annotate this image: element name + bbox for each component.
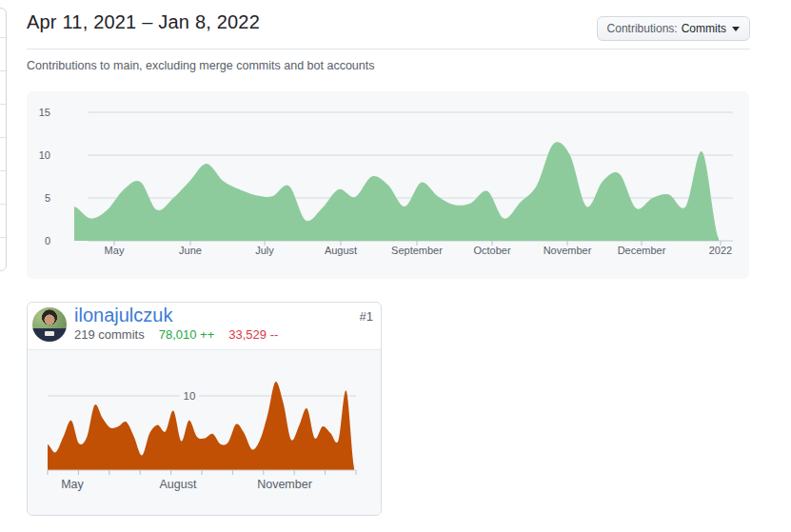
x-axis-label: November — [544, 245, 592, 256]
x-axis-label: November — [257, 478, 312, 491]
x-axis-label: 2022 — [709, 245, 732, 256]
contributor-rank: #1 — [360, 309, 373, 324]
x-axis-label: August — [160, 478, 197, 491]
x-axis-label: June — [179, 245, 202, 256]
contributor-additions: 78,010 ++ — [159, 327, 215, 342]
y-axis-label: 15 — [39, 107, 50, 118]
avatar[interactable] — [32, 307, 67, 342]
header-divider — [27, 49, 750, 49]
contributions-dropdown-button[interactable]: Contributions: Commits — [597, 16, 750, 41]
contributor-deletions: 33,529 -- — [228, 327, 278, 342]
contributor-area-chart: 10MayAugustNovember — [28, 350, 383, 515]
contributions-chart-panel: 051015MayJuneJulyAugustSeptemberOctoberN… — [27, 91, 749, 279]
y-axis-label: 5 — [45, 192, 50, 204]
area-series — [48, 382, 354, 470]
contributor-chart-section: 10MayAugustNovember — [28, 350, 381, 515]
x-axis-label: August — [325, 245, 357, 256]
page-title: Apr 11, 2021 – Jan 8, 2022 — [27, 11, 260, 33]
contributions-dropdown-label: Contributions: — [607, 21, 678, 36]
contributor-commit-count[interactable]: 219 commits — [74, 327, 145, 342]
contributor-username-link[interactable]: ilonajulczuk — [74, 305, 360, 326]
header-row: Apr 11, 2021 – Jan 8, 2022 Contributions… — [27, 0, 750, 49]
chart-description: Contributions to main, excluding merge c… — [27, 59, 750, 73]
x-axis-label: May — [61, 478, 84, 491]
contributor-identity: ilonajulczuk 219 commits 78,010 ++ 33,52… — [74, 305, 360, 342]
x-axis-label: October — [473, 245, 510, 256]
x-axis-label: September — [391, 245, 443, 256]
chevron-down-icon — [732, 27, 740, 35]
contributor-card: ilonajulczuk 219 commits 78,010 ++ 33,52… — [27, 302, 382, 516]
x-axis-label: July — [255, 245, 274, 256]
main-content: Apr 11, 2021 – Jan 8, 2022 Contributions… — [27, 0, 750, 516]
y-axis-label: 10 — [39, 149, 50, 161]
contributor-stats: 219 commits 78,010 ++ 33,529 -- — [74, 327, 360, 342]
contributions-dropdown-value: Commits — [682, 21, 726, 36]
contributor-card-header: ilonajulczuk 219 commits 78,010 ++ 33,52… — [28, 303, 381, 350]
area-series — [74, 142, 719, 241]
y-axis-label: 10 — [184, 390, 196, 402]
clipped-left-panel — [0, 8, 7, 271]
x-axis-label: May — [105, 245, 125, 256]
y-axis-label: 0 — [45, 235, 50, 246]
x-axis-label: December — [618, 245, 666, 256]
contributions-area-chart: 051015MayJuneJulyAugustSeptemberOctoberN… — [27, 91, 749, 279]
